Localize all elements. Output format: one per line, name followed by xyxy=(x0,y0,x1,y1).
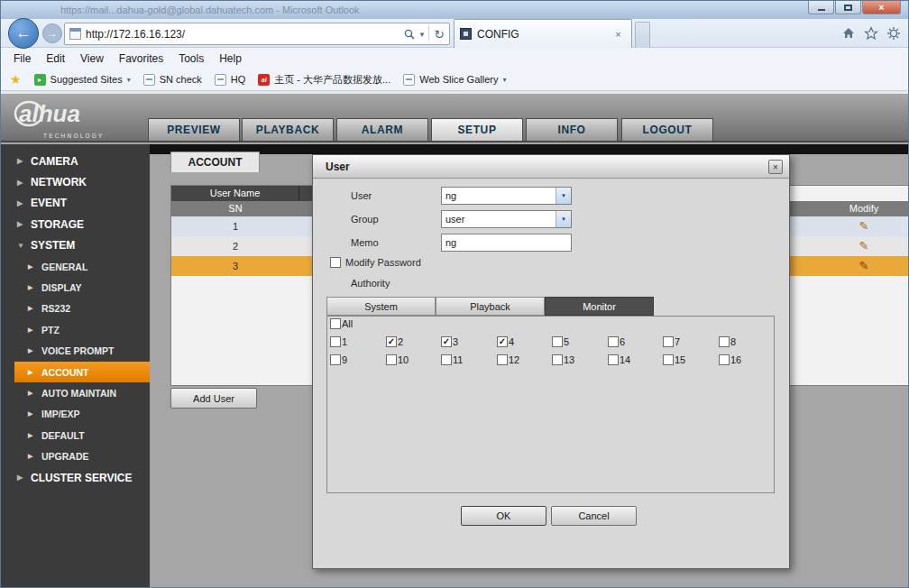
sidebar-item-display[interactable]: ▶DISPLAY xyxy=(1,277,150,298)
home-icon[interactable] xyxy=(841,26,856,41)
checkbox[interactable] xyxy=(330,318,341,329)
add-favorite-star-icon[interactable]: ★ xyxy=(10,72,22,87)
channel-1-checkbox[interactable]: 1 xyxy=(330,336,347,348)
favorite-web-slice-gallery[interactable]: Web Slice Gallery ▾ xyxy=(403,74,506,86)
sidebar-item-storage[interactable]: ▶STORAGE xyxy=(1,214,150,234)
checkbox[interactable] xyxy=(663,336,674,347)
checkbox[interactable] xyxy=(663,354,674,365)
sidebar-item-upgrade[interactable]: ▶UPGRADE xyxy=(1,446,150,466)
nav-info-button[interactable]: INFO xyxy=(526,118,618,142)
checkbox[interactable] xyxy=(608,336,619,347)
channel-7-checkbox[interactable]: 7 xyxy=(663,336,680,348)
checkbox[interactable] xyxy=(330,354,341,365)
tab-system[interactable]: System xyxy=(326,297,436,316)
favorite-hq[interactable]: HQ xyxy=(215,74,246,86)
menu-view[interactable]: View xyxy=(80,52,104,65)
menu-help[interactable]: Help xyxy=(219,52,242,65)
modify-pencil-icon[interactable]: ✎ xyxy=(819,256,909,276)
channel-11-checkbox[interactable]: 11 xyxy=(441,354,463,366)
search-icon[interactable] xyxy=(403,28,416,41)
add-user-button[interactable]: Add User xyxy=(170,388,257,409)
modify-pencil-icon[interactable]: ✎ xyxy=(819,216,909,236)
channel-4-checkbox[interactable]: ✓4 xyxy=(497,336,514,348)
checkbox[interactable] xyxy=(330,336,341,347)
tab-close-icon[interactable]: × xyxy=(611,26,626,41)
menu-file[interactable]: File xyxy=(14,52,31,65)
sidebar-item-auto-maintain[interactable]: ▶AUTO MAINTAIN xyxy=(1,382,150,403)
back-button[interactable]: ← xyxy=(8,18,39,49)
nav-playback-button[interactable]: PLAYBACK xyxy=(242,118,334,142)
tab-playback[interactable]: Playback xyxy=(436,297,545,316)
memo-input[interactable] xyxy=(441,234,572,252)
favorite-suggested-sites[interactable]: ▸ Suggested Sites ▾ xyxy=(34,74,131,86)
checkbox[interactable] xyxy=(497,354,508,365)
maximize-button[interactable] xyxy=(835,1,861,14)
checkbox[interactable] xyxy=(719,354,730,365)
favorite-sn-check[interactable]: SN check xyxy=(143,74,202,86)
checkbox[interactable]: ✓ xyxy=(441,336,452,347)
gear-icon[interactable] xyxy=(886,26,901,41)
select-arrow-icon[interactable]: ▾ xyxy=(556,211,571,227)
channel-13-checkbox[interactable]: 13 xyxy=(552,354,574,366)
dialog-close-button[interactable]: × xyxy=(768,160,783,174)
minimize-button[interactable] xyxy=(808,1,834,14)
checkbox[interactable]: ✓ xyxy=(386,336,397,347)
sidebar-item-account[interactable]: ▶ACCOUNT xyxy=(14,362,150,382)
sidebar-item-system[interactable]: ▼SYSTEM xyxy=(1,235,150,256)
search-dropdown-icon[interactable]: ▾ xyxy=(420,30,425,39)
sidebar-item-default[interactable]: ▶DEFAULT xyxy=(1,425,150,446)
menu-tools[interactable]: Tools xyxy=(179,52,204,65)
cancel-button[interactable]: Cancel xyxy=(551,506,637,526)
channel-6-checkbox[interactable]: 6 xyxy=(608,336,625,348)
checkbox[interactable] xyxy=(552,354,563,365)
channel-all-checkbox[interactable]: All xyxy=(330,318,353,330)
sidebar-item-camera[interactable]: ▶CAMERA xyxy=(1,151,150,171)
sidebar-item-cluster-service[interactable]: ▶CLUSTER SERVICE xyxy=(1,467,150,488)
user-select[interactable]: ng ▾ xyxy=(441,187,572,205)
sidebar-item-general[interactable]: ▶GENERAL xyxy=(1,256,150,277)
nav-preview-button[interactable]: PREVIEW xyxy=(148,118,240,142)
checkbox[interactable] xyxy=(441,354,452,365)
sidebar-item-ptz[interactable]: ▶PTZ xyxy=(1,319,150,340)
nav-setup-button[interactable]: SETUP xyxy=(431,118,523,142)
sidebar-item-event[interactable]: ▶EVENT xyxy=(1,193,150,214)
sidebar-item-imp-exp[interactable]: ▶IMP/EXP xyxy=(1,404,150,425)
select-arrow-icon[interactable]: ▾ xyxy=(556,188,571,204)
sidebar-item-network[interactable]: ▶NETWORK xyxy=(1,171,150,192)
channel-3-checkbox[interactable]: ✓3 xyxy=(441,336,458,348)
channel-16-checkbox[interactable]: 16 xyxy=(719,354,741,366)
favorites-star-icon[interactable] xyxy=(864,26,878,41)
address-bar[interactable]: http://172.16.16.123/ ▾ ↻ xyxy=(64,23,450,45)
nav-logout-button[interactable]: LOGOUT xyxy=(621,118,713,142)
sidebar-item-voice-prompt[interactable]: ▶VOICE PROMPT xyxy=(1,341,150,362)
channel-12-checkbox[interactable]: 12 xyxy=(497,354,519,366)
channel-10-checkbox[interactable]: 10 xyxy=(386,354,409,366)
tab-monitor[interactable]: Monitor xyxy=(545,297,654,316)
channel-5-checkbox[interactable]: 5 xyxy=(552,336,569,348)
group-select[interactable]: user ▾ xyxy=(441,210,572,228)
account-page-tab[interactable]: ACCOUNT xyxy=(170,152,260,172)
close-window-button[interactable]: × xyxy=(862,1,901,14)
new-tab-button[interactable] xyxy=(635,22,650,48)
modify-pencil-icon[interactable]: ✎ xyxy=(819,236,909,256)
checkbox[interactable]: ✓ xyxy=(497,336,508,347)
sidebar-item-rs232[interactable]: ▶RS232 xyxy=(1,299,150,319)
checkbox[interactable] xyxy=(330,257,341,268)
address-url[interactable]: http://172.16.16.123/ xyxy=(86,28,399,41)
channel-15-checkbox[interactable]: 15 xyxy=(663,354,685,366)
menu-favorites[interactable]: Favorites xyxy=(119,52,163,65)
checkbox[interactable] xyxy=(552,336,563,347)
menu-edit[interactable]: Edit xyxy=(46,52,65,65)
modify-password-checkbox[interactable]: Modify Password xyxy=(330,257,421,268)
checkbox[interactable] xyxy=(719,336,730,347)
forward-button[interactable]: → xyxy=(42,23,62,43)
channel-14-checkbox[interactable]: 14 xyxy=(608,354,630,366)
refresh-icon[interactable]: ↻ xyxy=(434,27,445,41)
checkbox[interactable] xyxy=(608,354,619,365)
ok-button[interactable]: OK xyxy=(461,506,546,526)
favorite-dahua-home[interactable]: ai 主页 - 大华产品数据发放... xyxy=(258,73,390,87)
nav-alarm-button[interactable]: ALARM xyxy=(336,118,428,142)
browser-tab-config[interactable]: CONFIG × xyxy=(454,19,632,48)
channel-8-checkbox[interactable]: 8 xyxy=(719,336,736,348)
checkbox[interactable] xyxy=(386,354,397,365)
